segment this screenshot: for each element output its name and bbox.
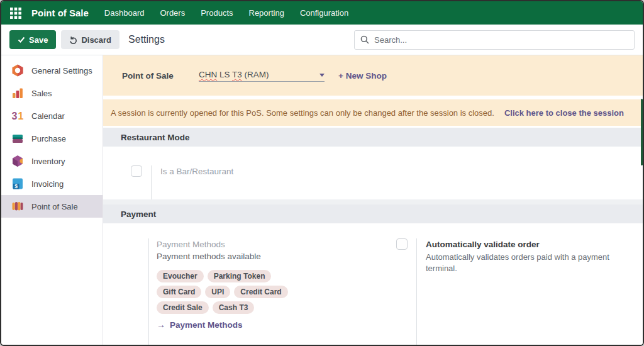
discard-button[interactable]: Discard <box>61 30 119 49</box>
search-box[interactable] <box>354 30 635 50</box>
sidebar-item-purchase[interactable]: Purchase <box>1 127 103 150</box>
auto-validate-description: Automatically validates orders paid with… <box>426 252 643 274</box>
check-icon <box>18 36 25 43</box>
save-button[interactable]: Save <box>9 30 56 49</box>
save-label: Save <box>29 35 48 45</box>
sidebar-item-general-settings[interactable]: General Settings <box>1 59 103 82</box>
general-settings-icon <box>11 64 25 77</box>
payment-section-header: Payment <box>103 204 643 223</box>
payment-method-tag: UPI <box>205 286 230 298</box>
sidebar-item-label: Invoicing <box>31 179 64 189</box>
payment-method-tag: Parking Token <box>208 270 272 282</box>
inventory-icon <box>11 154 25 168</box>
purchase-icon <box>11 131 25 145</box>
is-bar-restaurant-checkbox[interactable] <box>131 165 142 177</box>
sidebar-item-label: Sales <box>31 89 52 98</box>
top-nav-bar: Point of Sale Dashboard Orders Products … <box>1 1 643 25</box>
sidebar-item-label: Inventory <box>31 157 65 166</box>
apps-grid-icon[interactable] <box>8 5 24 21</box>
shop-select-value: CHN LS T3 (RAM) <box>199 70 269 79</box>
sidebar-item-label: Point of Sale <box>31 202 78 211</box>
sidebar-item-label: General Settings <box>31 66 92 75</box>
payment-method-tag: Credit Sale <box>157 301 209 314</box>
divider <box>103 199 643 204</box>
close-session-link[interactable]: Click here to close the session <box>504 108 624 118</box>
discard-label: Discard <box>81 35 111 45</box>
shop-select-dropdown[interactable]: CHN LS T3 (RAM) <box>199 70 325 82</box>
control-panel: Save Discard Settings <box>1 25 643 55</box>
payment-method-tag: Gift Card <box>157 286 201 298</box>
payment-methods-link-row: → Payment Methods <box>157 320 296 330</box>
payment-methods-link[interactable]: Payment Methods <box>170 320 243 330</box>
payment-settings: Payment Methods Payment methods availabl… <box>103 223 643 345</box>
restaurant-mode-setting-row: Is a Bar/Restaurant <box>103 147 643 199</box>
new-shop-link[interactable]: + New Shop <box>338 71 387 81</box>
payment-method-tag: Credit Card <box>234 286 287 298</box>
page-title: Settings <box>128 34 165 45</box>
arrow-right-icon: → <box>157 320 165 330</box>
sidebar-item-label: Calendar <box>31 111 65 121</box>
restaurant-mode-section-header: Restaurant Mode <box>103 128 643 147</box>
search-icon <box>360 35 369 44</box>
auto-validate-title: Automatically validate order <box>426 239 643 250</box>
payment-methods-setting: Payment Methods Payment methods availabl… <box>103 238 380 345</box>
sidebar-item-label: Purchase <box>31 134 66 143</box>
svg-text:1: 1 <box>18 111 24 121</box>
payment-methods-field-help: Payment methods available <box>157 250 296 262</box>
undo-icon <box>69 36 77 44</box>
search-input[interactable] <box>374 35 628 45</box>
divider <box>151 165 152 199</box>
sidebar-item-invoicing[interactable]: $ Invoicing <box>1 172 103 195</box>
shop-selector-band: Point of Sale CHN LS T3 (RAM) + New Shop <box>103 55 643 96</box>
payment-method-tag: Evoucher <box>157 270 204 282</box>
chevron-down-icon <box>319 74 325 77</box>
sidebar-item-sales[interactable]: Sales <box>1 82 103 104</box>
session-warning-banner: A session is currently opened for this P… <box>103 99 643 126</box>
svg-text:3: 3 <box>12 111 18 121</box>
app-window: Point of Sale Dashboard Orders Products … <box>0 0 644 346</box>
calendar-icon: 3 1 <box>11 109 25 123</box>
menu-orders[interactable]: Orders <box>154 4 191 21</box>
settings-sidebar: General Settings Sales 3 1 Calendar <box>1 55 103 345</box>
sidebar-item-point-of-sale[interactable]: Point of Sale <box>1 195 103 218</box>
sidebar-item-inventory[interactable]: Inventory <box>1 150 103 172</box>
app-name[interactable]: Point of Sale <box>31 8 89 18</box>
menu-products[interactable]: Products <box>195 4 238 21</box>
shop-selector-label: Point of Sale <box>122 71 199 81</box>
scrollbar-thumb[interactable] <box>641 99 643 165</box>
divider <box>416 238 417 345</box>
menu-dashboard[interactable]: Dashboard <box>99 4 150 21</box>
is-bar-restaurant-label: Is a Bar/Restaurant <box>160 165 233 176</box>
svg-text:$: $ <box>14 183 18 189</box>
auto-validate-setting: Automatically validate order Automatical… <box>380 238 643 345</box>
payment-method-tag: Cash T3 <box>213 301 255 314</box>
invoicing-icon: $ <box>11 177 25 191</box>
sidebar-item-calendar[interactable]: 3 1 Calendar <box>1 104 103 127</box>
point-of-sale-icon <box>11 199 25 213</box>
payment-methods-field-label: Payment Methods <box>157 238 296 250</box>
sales-icon <box>11 86 25 100</box>
payment-method-tags: Evoucher Parking Token Gift Card UPI Cre… <box>157 270 296 314</box>
session-warning-text: A session is currently opened for this P… <box>111 108 494 118</box>
settings-content: Point of Sale CHN LS T3 (RAM) + New Shop… <box>103 55 643 345</box>
menu-reporting[interactable]: Reporting <box>243 4 290 21</box>
menu-configuration[interactable]: Configuration <box>294 4 354 21</box>
auto-validate-checkbox[interactable] <box>396 238 408 250</box>
